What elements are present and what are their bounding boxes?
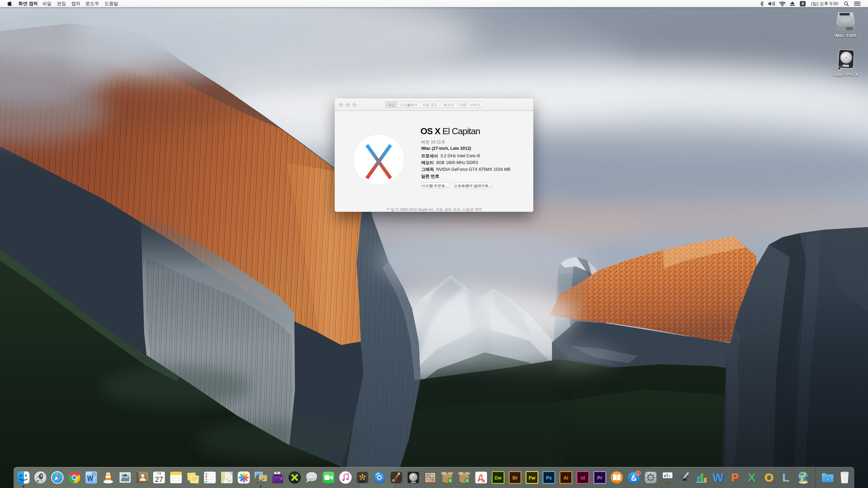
svg-text:27: 27 (155, 475, 163, 484)
svg-text:G: G (466, 479, 469, 483)
svg-text:Ps: Ps (546, 475, 552, 481)
svg-text:P: P (731, 471, 739, 484)
svg-text:12월: 12월 (157, 472, 161, 474)
svg-text:Br: Br (512, 475, 518, 481)
svg-text:Ai: Ai (564, 475, 568, 481)
svg-text:L: L (782, 471, 789, 484)
svg-text:Dw: Dw (495, 475, 502, 481)
svg-text:3D: 3D (229, 480, 232, 482)
svg-text:Pr: Pr (597, 475, 603, 481)
svg-text:O: O (764, 471, 773, 484)
svg-text:W: W (712, 471, 724, 484)
svg-text:Fw: Fw (529, 475, 535, 481)
svg-text:X: X (748, 471, 756, 484)
svg-text:1: 1 (637, 471, 639, 475)
svg-text:Id: Id (581, 475, 585, 481)
svg-text:G: G (449, 479, 452, 483)
